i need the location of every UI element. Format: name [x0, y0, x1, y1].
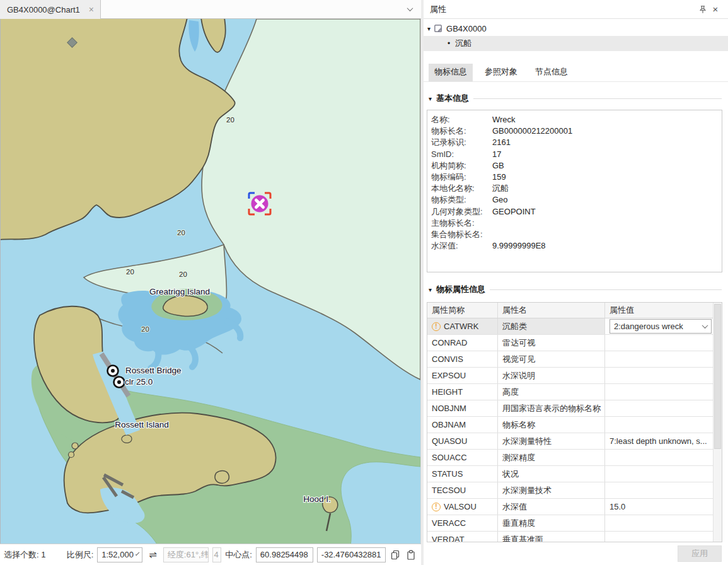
basic-info-row: 记录标识:2161 [431, 137, 718, 148]
attribute-abbr-cell: CONVIS [427, 351, 498, 367]
apply-button[interactable]: 应用 [678, 545, 722, 562]
attribute-value-cell [605, 532, 715, 542]
attributes-section-header[interactable]: ▾ 物标属性信息 [429, 282, 722, 297]
swap-coords-icon[interactable]: ⇌ [146, 549, 159, 561]
basic-info-title: 基本信息 [436, 93, 469, 104]
basic-info-label: 记录标识: [431, 137, 492, 148]
tab-reference-objects[interactable]: 参照对象 [479, 64, 523, 81]
tab-node-info[interactable]: 节点信息 [529, 64, 574, 81]
attribute-row[interactable]: CONVIS视觉可见 [427, 351, 715, 368]
greatrigg-island-label: Greatrigg Island [149, 287, 210, 296]
basic-info-value: 9.99999999E8 [492, 240, 718, 252]
attribute-row[interactable]: VERACC垂直精度 [427, 515, 715, 532]
column-header-abbr: 属性简称 [427, 303, 498, 318]
warning-icon: ! [432, 322, 441, 331]
attribute-name: 测深精度 [502, 452, 535, 463]
section-collapse-icon[interactable]: ▾ [429, 95, 432, 102]
apply-bar: 应用 [424, 544, 728, 565]
attribute-abbr: QUASOU [432, 436, 467, 446]
basic-info-row: 本地化名称:沉船 [431, 183, 718, 194]
basic-info-row: 几何对象类型:GEOPOINT [431, 206, 718, 218]
basic-info-label: 物标类型: [431, 194, 492, 206]
tab-close-icon[interactable]: × [88, 4, 95, 15]
attribute-name-cell: 状况 [498, 466, 605, 482]
basic-info-section-header[interactable]: ▾ 基本信息 [429, 91, 722, 106]
bridge-clearance-label: clr 25.0 [125, 377, 153, 387]
table-scrollbar[interactable] [713, 303, 722, 542]
basic-info-value [492, 218, 718, 229]
attribute-row[interactable]: STATUS状况 [427, 466, 715, 482]
lonlat-extra: 4 [212, 547, 222, 562]
attribute-row[interactable]: QUASOU水深测量特性7:least depth unknown, s... [427, 433, 715, 450]
attribute-name: 高度 [502, 387, 519, 398]
warning-icon: ! [432, 503, 441, 511]
attribute-name: 视觉可见 [502, 354, 535, 365]
attribute-abbr: VERDAT [432, 535, 465, 542]
chart-document-tab[interactable]: GB4X0000@Chart1 × [0, 0, 101, 19]
attribute-abbr: NOBJNM [432, 404, 466, 413]
attribute-name: 沉船类 [502, 321, 527, 332]
attribute-name-cell: 垂直基准面 [498, 532, 605, 542]
depth-label: 20 [226, 116, 234, 124]
basic-info-label: 机构简称: [431, 160, 492, 172]
section-collapse-icon[interactable]: ▾ [429, 286, 432, 293]
dropdown-value: 2:dangerous wreck [614, 322, 700, 331]
attribute-row[interactable]: !VALSOU水深值15.0 [427, 499, 715, 515]
tab-list-chevron-icon[interactable] [407, 5, 413, 11]
properties-panel: 属性 × ▾ GB4X0000 • 沉船 物标信息 参照对象 节点信息 ▾ 基本… [421, 0, 728, 565]
center-lat-input[interactable]: 60.98254498 [256, 547, 313, 562]
attribute-abbr-cell: SOUACC [427, 450, 498, 465]
attribute-abbr-cell: QUASOU [427, 433, 498, 449]
attribute-row[interactable]: HEIGHT高度 [427, 384, 715, 400]
attribute-row[interactable]: NOBJNM用国家语言表示的物标名称 [427, 400, 715, 417]
scale-label: 比例尺: [67, 549, 94, 561]
attribute-abbr-cell: CONRAD [427, 335, 498, 351]
attributes-title: 物标属性信息 [436, 284, 485, 295]
basic-info-label: 集合物标长名: [431, 229, 492, 240]
selection-count: 选择个数: 1 [4, 549, 45, 561]
tree-selected-object-row[interactable]: • 沉船 [424, 36, 728, 51]
scale-dropdown[interactable]: 1:52,000 [97, 547, 142, 562]
copy-icon[interactable] [390, 549, 402, 561]
attribute-name: 用国家语言表示的物标名称 [502, 403, 601, 414]
attribute-row[interactable]: !CATWRK沉船类2:dangerous wreck [427, 318, 715, 335]
attribute-row[interactable]: EXPSOU水深说明 [427, 368, 715, 384]
tab-object-info[interactable]: 物标信息 [429, 64, 473, 81]
depth-label: 20 [179, 271, 187, 278]
chart-view-pane: GB4X0000@Chart1 × [0, 0, 421, 565]
rossett-island-label: Rossett Island [115, 420, 169, 429]
attribute-row[interactable]: CONRAD雷达可视 [427, 335, 715, 351]
tree-collapse-icon[interactable]: ▾ [427, 25, 430, 32]
attribute-name-cell: 高度 [498, 384, 605, 400]
basic-info-label: 物标长名: [431, 125, 492, 137]
center-lon-input[interactable]: -32.4760432881 [317, 547, 386, 562]
attribute-value-cell [605, 466, 715, 482]
basic-info-label: 主物标长名: [431, 218, 492, 229]
attribute-name: 垂直基准面 [502, 534, 543, 543]
nautical-chart-canvas[interactable]: 20 20 20 20 20 Greatrigg Island Rossett … [0, 19, 421, 544]
greatrigg-island-land [163, 296, 208, 317]
attribute-abbr: OBJNAM [432, 420, 466, 429]
lonlat-input[interactable]: 经度:61°,纬度 [163, 547, 209, 562]
pin-icon[interactable] [696, 4, 709, 15]
tree-root-row[interactable]: ▾ GB4X0000 [424, 21, 728, 36]
close-icon[interactable]: × [709, 4, 722, 15]
basic-info-value: Geo [492, 194, 718, 206]
rossett-bridge-label: Rossett Bridge [125, 366, 182, 375]
chart-map[interactable]: 20 20 20 20 20 Greatrigg Island Rossett … [1, 19, 420, 544]
paste-icon[interactable] [405, 549, 417, 561]
rock-symbol [72, 443, 78, 449]
attribute-row[interactable]: OBJNAM物标名称 [427, 417, 715, 433]
attribute-abbr: HEIGHT [432, 387, 463, 397]
chevron-down-icon [136, 552, 140, 556]
attribute-name-cell: 用国家语言表示的物标名称 [498, 400, 605, 416]
attribute-row[interactable]: VERDAT垂直基准面 [427, 532, 715, 542]
attribute-row[interactable]: TECSOU水深测量技术 [427, 482, 715, 499]
attribute-row[interactable]: SOUACC测深精度 [427, 450, 715, 466]
scrollbar-thumb[interactable] [714, 304, 721, 449]
center-lon-value: -32.4760432881 [321, 550, 381, 559]
column-header-name: 属性名 [498, 303, 605, 318]
attribute-name: 水深测量特性 [502, 436, 552, 447]
basic-info-box: 名称:Wreck物标长名:GB000000212200001记录标识:2161S… [427, 110, 722, 272]
attribute-value-dropdown[interactable]: 2:dangerous wreck [610, 319, 712, 334]
